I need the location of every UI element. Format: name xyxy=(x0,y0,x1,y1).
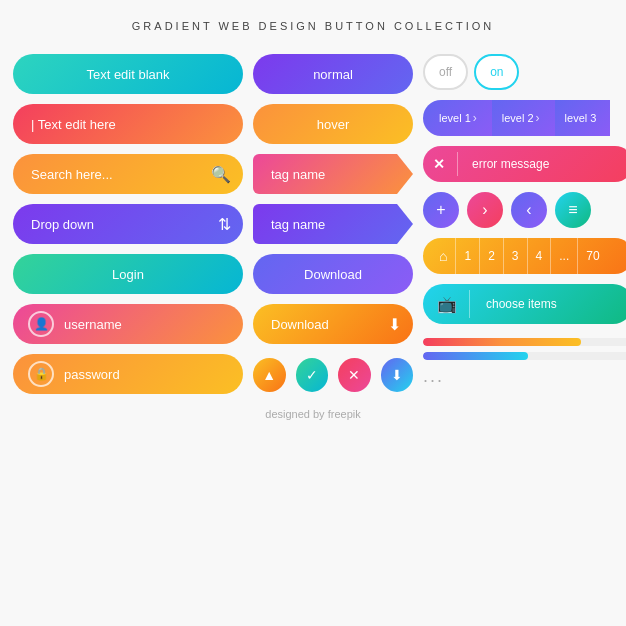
pagination-1[interactable]: 1 xyxy=(456,238,480,274)
text-edit-blank-button[interactable]: Text edit blank xyxy=(13,54,243,94)
progress-dots: ... xyxy=(423,366,626,387)
home-icon: ⌂ xyxy=(439,248,447,264)
pagination-ellipsis: ... xyxy=(551,238,578,274)
download1-button[interactable]: Download xyxy=(253,254,413,294)
warning-icon-button[interactable]: ▲ xyxy=(253,358,286,392)
tag2-button[interactable]: tag name xyxy=(253,204,413,244)
arrow-left-icon-button[interactable]: ‹ xyxy=(511,192,547,228)
chevron-right-icon: › xyxy=(536,111,540,125)
hover-button[interactable]: hover xyxy=(253,104,413,144)
divider xyxy=(457,152,458,176)
toggle-on-button[interactable]: on xyxy=(474,54,519,90)
col2-buttons: normal hover tag name tag name Download … xyxy=(253,54,413,394)
password-button[interactable]: 🔒 password xyxy=(13,354,243,394)
pagination-2[interactable]: 2 xyxy=(480,238,504,274)
normal-button[interactable]: normal xyxy=(253,54,413,94)
pagination-row: ⌂ 1 2 3 4 ... 70 xyxy=(423,238,626,274)
search-icon: 🔍 xyxy=(211,165,231,184)
pagination-4[interactable]: 4 xyxy=(528,238,552,274)
error-x-icon: ✕ xyxy=(433,156,445,172)
download-small-icon-button[interactable]: ⬇ xyxy=(381,358,414,392)
check-icon-button[interactable]: ✓ xyxy=(296,358,329,392)
breadcrumb-level2[interactable]: level 2 › xyxy=(492,100,556,136)
breadcrumb-level1[interactable]: level 1 › xyxy=(423,100,493,136)
chevron-right-icon: › xyxy=(473,111,477,125)
small-icons-row: ▲ ✓ ✕ ⬇ xyxy=(253,358,413,392)
progress-bar-1 xyxy=(423,338,626,346)
arrow-right-icon-button[interactable]: › xyxy=(467,192,503,228)
search-button[interactable]: Search here... 🔍 xyxy=(13,154,243,194)
lock-icon: 🔒 xyxy=(28,361,54,387)
tag1-button[interactable]: tag name xyxy=(253,154,413,194)
footer-text: designed by freepik xyxy=(265,408,360,420)
close-icon-button[interactable]: ✕ xyxy=(338,358,371,392)
dropdown-button[interactable]: Drop down ⇅ xyxy=(13,204,243,244)
col1-buttons: Text edit blank | Text edit here Search … xyxy=(13,54,243,394)
user-icon: 👤 xyxy=(28,311,54,337)
dropdown-icon: ⇅ xyxy=(218,215,231,234)
progress-fill-1 xyxy=(423,338,581,346)
login-button[interactable]: Login xyxy=(13,254,243,294)
error-message-button[interactable]: ✕ error message xyxy=(423,146,626,182)
toggle-off-button[interactable]: off xyxy=(423,54,468,90)
text-edit-here-button[interactable]: | Text edit here xyxy=(13,104,243,144)
progress-bar-2 xyxy=(423,352,626,360)
breadcrumb-level3[interactable]: level 3 xyxy=(555,100,611,136)
download2-button[interactable]: Download ⬇ xyxy=(253,304,413,344)
page-title: GRADIENT WEB DESIGN BUTTON COLLECTION xyxy=(132,20,494,32)
pagination-3[interactable]: 3 xyxy=(504,238,528,274)
download-icon: ⬇ xyxy=(388,315,401,334)
progress-fill-2 xyxy=(423,352,528,360)
menu-icon-button[interactable]: ≡ xyxy=(555,192,591,228)
username-button[interactable]: 👤 username xyxy=(13,304,243,344)
progress-section: ... xyxy=(423,338,626,387)
tv-icon: 📺 xyxy=(433,295,461,314)
plus-icon-button[interactable]: + xyxy=(423,192,459,228)
footer: designed by freepik xyxy=(265,408,360,420)
pagination-70[interactable]: 70 xyxy=(578,238,607,274)
action-icons-row: + › ‹ ≡ xyxy=(423,192,626,228)
toggle-row: off on xyxy=(423,54,626,90)
pagination-home[interactable]: ⌂ xyxy=(431,238,456,274)
choose-items-button[interactable]: 📺 choose items xyxy=(423,284,626,324)
breadcrumb: level 1 › level 2 › level 3 xyxy=(423,100,626,136)
col3-controls: off on level 1 › level 2 › level 3 ✕ e xyxy=(423,54,626,394)
divider xyxy=(469,290,470,318)
